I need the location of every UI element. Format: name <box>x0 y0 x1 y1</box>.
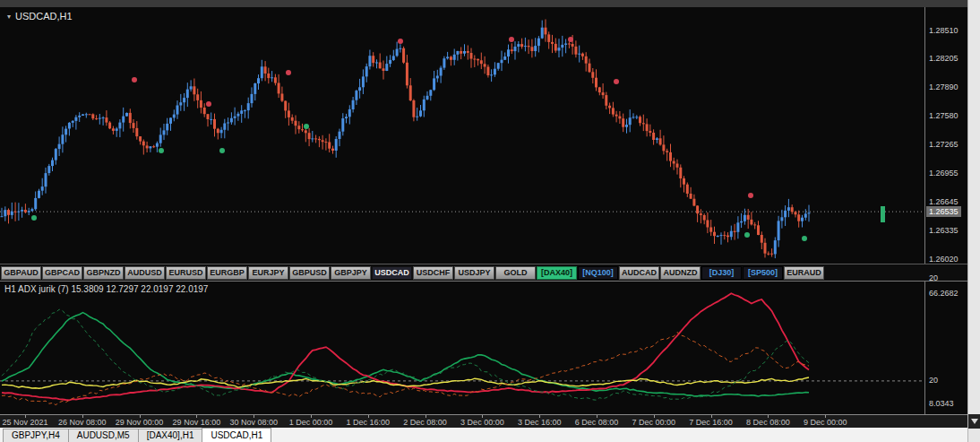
time-axis-label: 1 Dec 16:00 <box>347 418 391 427</box>
price-axis-label: 1.27580 <box>929 111 959 120</box>
time-axis-label: 6 Dec 08:00 <box>575 418 619 427</box>
symbol-tab-audusd[interactable]: AUDUSD <box>125 266 165 280</box>
time-axis-label: 3 Dec 16:00 <box>518 418 562 427</box>
current-price-badge: 1.26535 <box>926 206 961 217</box>
price-axis[interactable]: 1.285101.282051.278901.275801.272651.269… <box>924 7 967 264</box>
price-axis-label: 1.26645 <box>929 197 959 206</box>
symbol-tab-audcad[interactable]: AUDCAD <box>619 266 659 280</box>
scrollbar[interactable] <box>967 0 980 442</box>
symbol-tab-gbpcad[interactable]: GBPCAD <box>42 266 82 280</box>
symbol-tab-gbpusd[interactable]: GBPUSD <box>289 266 330 280</box>
indicator-scale-top-label: 20 <box>929 273 938 282</box>
candlestick-chart[interactable] <box>0 7 924 264</box>
time-axis-label: 1 Dec 00:00 <box>289 418 333 427</box>
chart-tab-usdcad-h1[interactable]: USDCAD,H1 <box>202 428 271 442</box>
indicator-label: H1 ADX jurik (7) 15.3809 12.7297 22.0197… <box>4 284 208 294</box>
price-axis-label: 1.26020 <box>929 255 959 264</box>
time-axis-label: 29 Nov 00:00 <box>116 418 164 427</box>
price-axis-label: 1.27265 <box>929 140 959 149</box>
time-axis-label: 7 Dec 16:00 <box>689 418 733 427</box>
indicator-min-label: 8.0343 <box>929 399 954 408</box>
chart-tab-bar: GBPJPY,H4AUDUSD,M5[DAX40],H1USDCAD,H1 <box>0 428 967 442</box>
symbol-tab-usdcad[interactable]: USDCAD <box>372 266 412 280</box>
down-triangle-icon <box>971 419 978 424</box>
symbol-tab-gbpnzd[interactable]: GBPNZD <box>83 266 124 280</box>
time-axis[interactable]: 25 Nov 202126 Nov 08:0029 Nov 00:0029 No… <box>0 414 967 428</box>
time-axis-label: 3 Dec 00:00 <box>460 418 504 427</box>
main-chart-panel[interactable]: ▾ USDCAD,H1 <box>0 7 924 264</box>
chart-tab-dax40-h1[interactable]: [DAX40],H1 <box>138 429 203 442</box>
symbol-tab-usdchf[interactable]: USDCHF <box>413 266 453 280</box>
symbol-tab-sp500[interactable]: [SP500] <box>743 266 783 280</box>
symbol-tab-gbpjpy[interactable]: GBPJPY <box>331 266 371 280</box>
symbol-tab-eurgbp[interactable]: EURGBP <box>207 266 247 280</box>
price-axis-label: 1.26335 <box>929 226 959 235</box>
chart-title: ▾ USDCAD,H1 <box>7 11 73 22</box>
indicator-axis: 2066.2682208.0343 <box>924 281 967 414</box>
symbol-tab-nq100[interactable]: [NQ100] <box>578 266 618 280</box>
time-axis-label: 9 Dec 00:00 <box>804 418 847 427</box>
time-axis-label: 25 Nov 2021 <box>2 418 47 427</box>
terminal-window: ▾ USDCAD,H1 1.285101.282051.278901.27580… <box>0 0 980 442</box>
symbol-tab-usdjpy[interactable]: USDJPY <box>454 266 494 280</box>
time-axis-label: 8 Dec 08:00 <box>746 418 790 427</box>
symbol-tab-gold[interactable]: GOLD <box>495 266 536 280</box>
price-axis-label: 1.28205 <box>929 54 959 63</box>
time-axis-label: 29 Nov 16:00 <box>173 418 221 427</box>
time-axis-label: 2 Dec 08:00 <box>403 418 447 427</box>
symbol-tab-dj30[interactable]: [DJ30] <box>701 266 742 280</box>
collapse-arrow-icon[interactable]: ▾ <box>7 13 11 21</box>
symbol-tab-euraud[interactable]: EURAUD <box>784 266 824 280</box>
chart-tab-audusd-m5[interactable]: AUDUSD,M5 <box>68 429 139 442</box>
symbol-tab-dax40[interactable]: [DAX40] <box>537 266 577 280</box>
symbol-tab-bar: GBPAUDGBPCADGBPNZDAUDUSDEURUSDEURGBPEURJ… <box>0 264 967 281</box>
indicator-max-label: 66.2682 <box>929 289 959 298</box>
symbol-tab-eurjpy[interactable]: EURJPY <box>248 266 288 280</box>
symbol-tab-eurusd[interactable]: EURUSD <box>166 266 206 280</box>
time-axis-label: 7 Dec 00:00 <box>632 418 676 427</box>
chart-title-label: USDCAD,H1 <box>15 11 73 22</box>
indicator-level-label: 20 <box>929 376 938 385</box>
adx-indicator-chart <box>0 282 924 415</box>
time-axis-label: 30 Nov 08:00 <box>229 418 278 427</box>
indicator-panel[interactable]: H1 ADX jurik (7) 15.3809 12.7297 22.0197… <box>0 281 924 414</box>
time-axis-label: 26 Nov 08:00 <box>58 418 107 427</box>
price-axis-label: 1.26955 <box>929 169 959 178</box>
price-axis-label: 1.28510 <box>929 26 959 35</box>
price-axis-label: 1.27890 <box>929 82 959 91</box>
scroll-down-button[interactable] <box>968 414 980 429</box>
chart-tab-gbpjpy-h4[interactable]: GBPJPY,H4 <box>3 429 69 442</box>
symbol-tab-gbpaud[interactable]: GBPAUD <box>1 266 41 280</box>
symbol-tab-audnzd[interactable]: AUDNZD <box>660 266 701 280</box>
